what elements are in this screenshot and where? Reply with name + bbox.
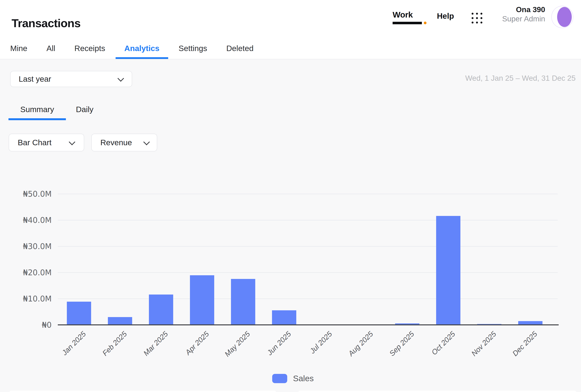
bar-oct-2025[interactable] — [436, 216, 460, 325]
bar-may-2025[interactable] — [231, 279, 255, 325]
bar-nov-2025[interactable] — [477, 324, 502, 325]
chart-legend: Sales — [272, 374, 314, 383]
bar-feb-2025[interactable] — [108, 317, 132, 325]
metric-select[interactable]: Revenue — [91, 134, 157, 152]
work-label: Work — [392, 10, 413, 19]
tab-mine[interactable]: Mine — [2, 38, 36, 59]
bar-jan-2025[interactable] — [67, 302, 91, 325]
transactions-page: { "header": { "title": "Transactions", "… — [0, 0, 581, 392]
chart-type-select[interactable]: Bar Chart — [9, 134, 84, 152]
avatar-blob — [557, 7, 572, 27]
user-name: Ona 390 — [468, 5, 545, 14]
bar-sep-2025[interactable] — [395, 324, 420, 325]
tab-bar: Mine All Receipts Analytics Settings Del… — [2, 38, 263, 59]
user-role: Super Admin — [468, 14, 545, 24]
help-link[interactable]: Help — [437, 12, 454, 20]
date-range-select[interactable]: Last year — [10, 71, 132, 87]
content-area: Last year Wed, 1 Jan 25 – Wed, 31 Dec 25… — [0, 59, 581, 392]
user-block[interactable]: Ona 390 Super Admin — [468, 5, 545, 24]
bottom-card — [298, 391, 576, 392]
legend-label: Sales — [293, 374, 314, 383]
bar-apr-2025[interactable] — [190, 275, 214, 325]
tab-settings[interactable]: Settings — [170, 38, 216, 59]
chevron-down-icon — [69, 139, 75, 145]
date-range-text: Wed, 1 Jan 25 – Wed, 31 Dec 25 — [465, 74, 576, 82]
tab-deleted[interactable]: Deleted — [218, 38, 262, 59]
bar-jul-2025[interactable] — [313, 324, 337, 325]
legend-swatch — [272, 374, 287, 383]
page-title: Transactions — [12, 16, 80, 30]
metric-select-value: Revenue — [100, 138, 132, 147]
orange-dot-icon — [424, 22, 426, 24]
bar-dec-2025[interactable] — [518, 321, 542, 325]
tab-analytics[interactable]: Analytics — [116, 38, 168, 59]
avatar[interactable] — [551, 6, 573, 28]
tab-receipts[interactable]: Receipts — [66, 38, 114, 59]
chevron-down-icon — [143, 139, 150, 145]
work-nav[interactable]: Work — [392, 10, 422, 24]
chart-type-select-value: Bar Chart — [18, 138, 52, 147]
chevron-down-icon — [118, 75, 124, 82]
bar-jun-2025[interactable] — [272, 310, 296, 325]
tab-all[interactable]: All — [38, 38, 64, 59]
bar-mar-2025[interactable] — [149, 294, 173, 325]
subtab-bar: Summary Daily — [8, 101, 99, 118]
subtab-summary[interactable]: Summary — [8, 101, 66, 118]
subtab-daily[interactable]: Daily — [70, 101, 99, 118]
date-range-select-value: Last year — [19, 74, 51, 84]
work-underline — [392, 22, 422, 24]
bottom-card — [9, 391, 276, 392]
